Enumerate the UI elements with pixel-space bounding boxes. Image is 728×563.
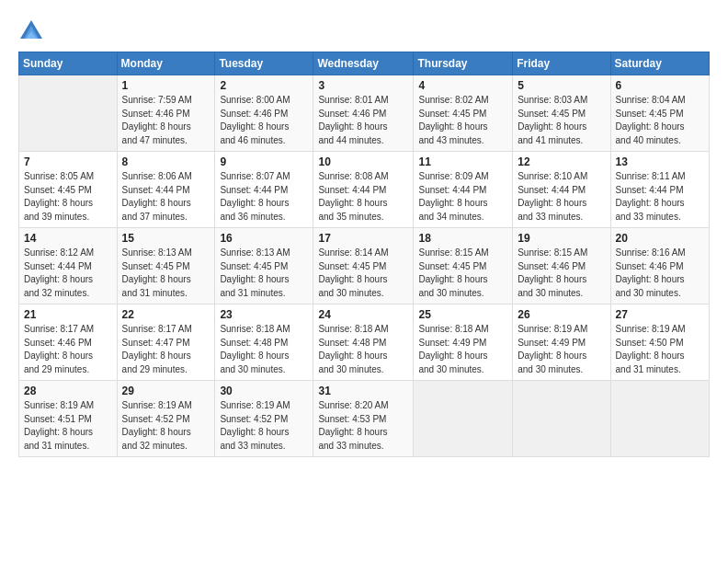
calendar-cell: 20Sunrise: 8:16 AMSunset: 4:46 PMDayligh… xyxy=(610,228,709,304)
day-number: 10 xyxy=(318,155,408,168)
day-info: Sunrise: 8:17 AMSunset: 4:46 PMDaylight:… xyxy=(24,323,112,376)
day-info: Sunrise: 8:18 AMSunset: 4:49 PMDaylight:… xyxy=(418,323,507,376)
day-info: Sunrise: 8:19 AMSunset: 4:50 PMDaylight:… xyxy=(616,323,704,376)
day-info: Sunrise: 8:13 AMSunset: 4:45 PMDaylight:… xyxy=(220,247,308,300)
calendar-cell: 14Sunrise: 8:12 AMSunset: 4:44 PMDayligh… xyxy=(19,228,118,304)
day-info: Sunrise: 8:06 AMSunset: 4:44 PMDaylight:… xyxy=(122,170,210,224)
day-number: 9 xyxy=(220,155,308,168)
day-info: Sunrise: 8:08 AMSunset: 4:44 PMDaylight:… xyxy=(318,170,408,224)
calendar-cell: 25Sunrise: 8:18 AMSunset: 4:49 PMDayligh… xyxy=(414,304,513,381)
weekday-header-saturday: Saturday xyxy=(610,52,709,75)
day-info: Sunrise: 8:02 AMSunset: 4:45 PMDaylight:… xyxy=(418,94,507,147)
day-info: Sunrise: 8:04 AMSunset: 4:45 PMDaylight:… xyxy=(616,94,704,147)
calendar-cell: 15Sunrise: 8:13 AMSunset: 4:45 PMDayligh… xyxy=(117,228,215,304)
day-number: 22 xyxy=(122,308,210,321)
day-info: Sunrise: 7:59 AMSunset: 4:46 PMDaylight:… xyxy=(122,94,210,147)
calendar-cell: 18Sunrise: 8:15 AMSunset: 4:45 PMDayligh… xyxy=(414,228,513,304)
day-info: Sunrise: 8:14 AMSunset: 4:45 PMDaylight:… xyxy=(318,247,408,300)
calendar-cell xyxy=(610,381,709,457)
calendar-cell: 16Sunrise: 8:13 AMSunset: 4:45 PMDayligh… xyxy=(215,228,313,304)
calendar-cell: 9Sunrise: 8:07 AMSunset: 4:44 PMDaylight… xyxy=(215,152,313,228)
calendar-cell: 13Sunrise: 8:11 AMSunset: 4:44 PMDayligh… xyxy=(610,152,709,228)
day-info: Sunrise: 8:00 AMSunset: 4:46 PMDaylight:… xyxy=(220,94,308,147)
calendar-cell xyxy=(414,381,513,457)
week-row-4: 21Sunrise: 8:17 AMSunset: 4:46 PMDayligh… xyxy=(19,304,710,381)
day-info: Sunrise: 8:20 AMSunset: 4:53 PMDaylight:… xyxy=(318,399,408,453)
calendar-cell: 31Sunrise: 8:20 AMSunset: 4:53 PMDayligh… xyxy=(313,381,414,457)
day-number: 28 xyxy=(24,385,112,397)
week-row-5: 28Sunrise: 8:19 AMSunset: 4:51 PMDayligh… xyxy=(19,381,710,457)
day-number: 25 xyxy=(418,308,507,321)
day-info: Sunrise: 8:18 AMSunset: 4:48 PMDaylight:… xyxy=(220,323,308,376)
calendar-cell: 21Sunrise: 8:17 AMSunset: 4:46 PMDayligh… xyxy=(19,304,118,381)
day-number: 3 xyxy=(318,79,408,92)
calendar-cell: 12Sunrise: 8:10 AMSunset: 4:44 PMDayligh… xyxy=(513,152,610,228)
calendar-cell: 26Sunrise: 8:19 AMSunset: 4:49 PMDayligh… xyxy=(513,304,610,381)
calendar-cell: 28Sunrise: 8:19 AMSunset: 4:51 PMDayligh… xyxy=(19,381,118,457)
day-info: Sunrise: 8:15 AMSunset: 4:46 PMDaylight:… xyxy=(518,247,605,300)
calendar-cell: 27Sunrise: 8:19 AMSunset: 4:50 PMDayligh… xyxy=(610,304,709,381)
day-info: Sunrise: 8:19 AMSunset: 4:51 PMDaylight:… xyxy=(24,399,112,453)
week-row-2: 7Sunrise: 8:05 AMSunset: 4:45 PMDaylight… xyxy=(19,152,710,228)
day-number: 21 xyxy=(24,308,112,321)
calendar-cell: 2Sunrise: 8:00 AMSunset: 4:46 PMDaylight… xyxy=(215,75,313,152)
day-number: 4 xyxy=(418,79,507,92)
weekday-header-tuesday: Tuesday xyxy=(215,52,313,75)
day-info: Sunrise: 8:01 AMSunset: 4:46 PMDaylight:… xyxy=(318,94,408,147)
logo xyxy=(18,18,48,44)
calendar-cell: 30Sunrise: 8:19 AMSunset: 4:52 PMDayligh… xyxy=(215,381,313,457)
day-info: Sunrise: 8:16 AMSunset: 4:46 PMDaylight:… xyxy=(616,247,704,300)
day-info: Sunrise: 8:17 AMSunset: 4:47 PMDaylight:… xyxy=(122,323,210,376)
day-number: 5 xyxy=(518,79,605,92)
day-number: 1 xyxy=(122,79,210,92)
day-number: 30 xyxy=(220,385,308,397)
weekday-header-wednesday: Wednesday xyxy=(313,52,414,75)
weekday-header-monday: Monday xyxy=(117,52,215,75)
day-number: 15 xyxy=(122,232,210,245)
calendar-cell: 8Sunrise: 8:06 AMSunset: 4:44 PMDaylight… xyxy=(117,152,215,228)
weekday-header-friday: Friday xyxy=(513,52,610,75)
calendar-cell: 24Sunrise: 8:18 AMSunset: 4:48 PMDayligh… xyxy=(313,304,414,381)
calendar-cell: 11Sunrise: 8:09 AMSunset: 4:44 PMDayligh… xyxy=(414,152,513,228)
day-number: 24 xyxy=(318,308,408,321)
day-info: Sunrise: 8:13 AMSunset: 4:45 PMDaylight:… xyxy=(122,247,210,300)
day-number: 16 xyxy=(220,232,308,245)
logo-icon xyxy=(18,18,44,44)
calendar-cell: 4Sunrise: 8:02 AMSunset: 4:45 PMDaylight… xyxy=(414,75,513,152)
page: SundayMondayTuesdayWednesdayThursdayFrid… xyxy=(0,0,728,563)
day-number: 8 xyxy=(122,155,210,168)
day-number: 18 xyxy=(418,232,507,245)
day-number: 2 xyxy=(220,79,308,92)
day-info: Sunrise: 8:07 AMSunset: 4:44 PMDaylight:… xyxy=(220,170,308,224)
day-number: 27 xyxy=(616,308,704,321)
day-number: 17 xyxy=(318,232,408,245)
weekday-header-thursday: Thursday xyxy=(414,52,513,75)
day-number: 26 xyxy=(518,308,605,321)
day-info: Sunrise: 8:03 AMSunset: 4:45 PMDaylight:… xyxy=(518,94,605,147)
day-number: 29 xyxy=(122,385,210,397)
day-info: Sunrise: 8:15 AMSunset: 4:45 PMDaylight:… xyxy=(418,247,507,300)
calendar-cell: 1Sunrise: 7:59 AMSunset: 4:46 PMDaylight… xyxy=(117,75,215,152)
week-row-3: 14Sunrise: 8:12 AMSunset: 4:44 PMDayligh… xyxy=(19,228,710,304)
calendar: SundayMondayTuesdayWednesdayThursdayFrid… xyxy=(18,52,710,457)
day-info: Sunrise: 8:11 AMSunset: 4:44 PMDaylight:… xyxy=(616,170,704,224)
day-info: Sunrise: 8:05 AMSunset: 4:45 PMDaylight:… xyxy=(24,170,112,224)
day-info: Sunrise: 8:18 AMSunset: 4:48 PMDaylight:… xyxy=(318,323,408,376)
calendar-cell: 7Sunrise: 8:05 AMSunset: 4:45 PMDaylight… xyxy=(19,152,118,228)
day-info: Sunrise: 8:12 AMSunset: 4:44 PMDaylight:… xyxy=(24,247,112,300)
calendar-cell: 17Sunrise: 8:14 AMSunset: 4:45 PMDayligh… xyxy=(313,228,414,304)
weekday-row: SundayMondayTuesdayWednesdayThursdayFrid… xyxy=(19,52,710,75)
calendar-cell: 6Sunrise: 8:04 AMSunset: 4:45 PMDaylight… xyxy=(610,75,709,152)
calendar-header: SundayMondayTuesdayWednesdayThursdayFrid… xyxy=(19,52,710,75)
day-number: 6 xyxy=(616,79,704,92)
calendar-cell: 5Sunrise: 8:03 AMSunset: 4:45 PMDaylight… xyxy=(513,75,610,152)
day-number: 23 xyxy=(220,308,308,321)
calendar-cell: 3Sunrise: 8:01 AMSunset: 4:46 PMDaylight… xyxy=(313,75,414,152)
day-info: Sunrise: 8:19 AMSunset: 4:52 PMDaylight:… xyxy=(122,399,210,453)
header xyxy=(18,15,710,44)
calendar-cell: 22Sunrise: 8:17 AMSunset: 4:47 PMDayligh… xyxy=(117,304,215,381)
calendar-cell: 23Sunrise: 8:18 AMSunset: 4:48 PMDayligh… xyxy=(215,304,313,381)
day-info: Sunrise: 8:19 AMSunset: 4:52 PMDaylight:… xyxy=(220,399,308,453)
calendar-cell xyxy=(19,75,118,152)
calendar-cell: 10Sunrise: 8:08 AMSunset: 4:44 PMDayligh… xyxy=(313,152,414,228)
